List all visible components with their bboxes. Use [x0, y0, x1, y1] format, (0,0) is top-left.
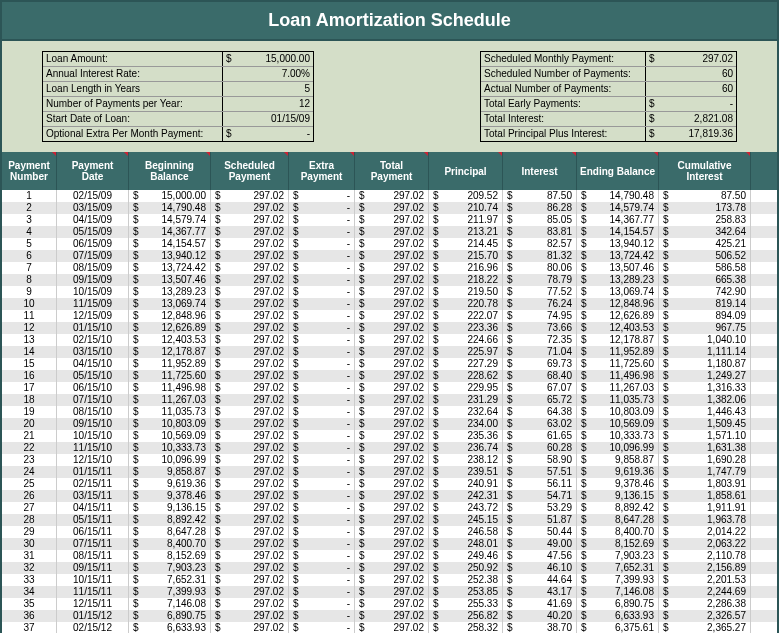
cell-total-payment: $297.02	[355, 334, 429, 346]
output-summary-label: Scheduled Monthly Payment:	[481, 52, 646, 66]
cell-interest: $81.32	[503, 250, 577, 262]
input-summary-label: Annual Interest Rate:	[43, 67, 223, 81]
cell-scheduled-payment: $297.02	[211, 190, 289, 202]
cell-cumulative-interest: $586.58	[659, 262, 751, 274]
cell-interest: $86.28	[503, 202, 577, 214]
cell-principal: $210.74	[429, 202, 503, 214]
cell-principal: $229.95	[429, 382, 503, 394]
cell-interest: $61.65	[503, 430, 577, 442]
cell-principal: $243.72	[429, 502, 503, 514]
cell-ending-balance: $8,152.69	[577, 538, 659, 550]
table-row: 2704/15/11$9,136.15$297.02$-$297.02$243.…	[2, 502, 777, 514]
cell-ending-balance: $6,375.61	[577, 622, 659, 633]
table-row: 405/15/09$14,367.77$297.02$-$297.02$213.…	[2, 226, 777, 238]
cell-total-payment: $297.02	[355, 298, 429, 310]
cell-payment-number: 33	[2, 574, 57, 586]
cell-ending-balance: $6,633.93	[577, 610, 659, 622]
output-summary-value: $297.02	[646, 52, 736, 66]
cell-extra-payment: $-	[289, 286, 355, 298]
cell-total-payment: $297.02	[355, 478, 429, 490]
cell-payment-date: 07/15/11	[57, 538, 129, 550]
output-summary-label: Total Principal Plus Interest:	[481, 127, 646, 141]
cell-scheduled-payment: $297.02	[211, 262, 289, 274]
cell-payment-date: 07/15/10	[57, 394, 129, 406]
cell-payment-number: 37	[2, 622, 57, 633]
cell-payment-date: 01/15/10	[57, 322, 129, 334]
cell-beginning-balance: $14,367.77	[129, 226, 211, 238]
cell-beginning-balance: $13,289.23	[129, 286, 211, 298]
cell-payment-date: 08/15/11	[57, 550, 129, 562]
cell-ending-balance: $12,626.89	[577, 310, 659, 322]
cell-beginning-balance: $8,892.42	[129, 514, 211, 526]
cell-payment-date: 12/15/09	[57, 310, 129, 322]
table-row: 910/15/09$13,289.23$297.02$-$297.02$219.…	[2, 286, 777, 298]
cell-payment-date: 03/15/11	[57, 490, 129, 502]
cell-principal: $222.07	[429, 310, 503, 322]
cell-ending-balance: $13,507.46	[577, 262, 659, 274]
cell-ending-balance: $13,289.23	[577, 274, 659, 286]
cell-cumulative-interest: $2,063.22	[659, 538, 751, 550]
cell-payment-date: 10/15/10	[57, 430, 129, 442]
cell-beginning-balance: $15,000.00	[129, 190, 211, 202]
cell-payment-number: 19	[2, 406, 57, 418]
cell-principal: $209.52	[429, 190, 503, 202]
output-summary-row: Scheduled Number of Payments:60	[481, 66, 736, 81]
input-summary-row: Start Date of Loan:01/15/09	[43, 111, 313, 126]
cell-payment-number: 8	[2, 274, 57, 286]
cell-ending-balance: $8,400.70	[577, 526, 659, 538]
cell-interest: $38.70	[503, 622, 577, 633]
cell-payment-number: 13	[2, 334, 57, 346]
cell-scheduled-payment: $297.02	[211, 526, 289, 538]
cell-payment-date: 09/15/11	[57, 562, 129, 574]
cell-payment-date: 08/15/09	[57, 262, 129, 274]
cell-scheduled-payment: $297.02	[211, 442, 289, 454]
cell-payment-number: 20	[2, 418, 57, 430]
table-row: 1504/15/10$11,952.89$297.02$-$297.02$227…	[2, 358, 777, 370]
cell-extra-payment: $-	[289, 250, 355, 262]
cell-extra-payment: $-	[289, 574, 355, 586]
cell-payment-number: 26	[2, 490, 57, 502]
cell-beginning-balance: $11,952.89	[129, 358, 211, 370]
table-row: 1201/15/10$12,626.89$297.02$-$297.02$223…	[2, 322, 777, 334]
cell-scheduled-payment: $297.02	[211, 346, 289, 358]
cell-ending-balance: $11,496.98	[577, 370, 659, 382]
cell-principal: $215.70	[429, 250, 503, 262]
cell-ending-balance: $13,069.74	[577, 286, 659, 298]
table-row: 2211/15/10$10,333.73$297.02$-$297.02$236…	[2, 442, 777, 454]
table-row: 3108/15/11$8,152.69$297.02$-$297.02$249.…	[2, 550, 777, 562]
cell-payment-date: 08/15/10	[57, 406, 129, 418]
cell-payment-number: 3	[2, 214, 57, 226]
cell-cumulative-interest: $1,858.61	[659, 490, 751, 502]
cell-interest: $82.57	[503, 238, 577, 250]
cell-extra-payment: $-	[289, 622, 355, 633]
cell-extra-payment: $-	[289, 238, 355, 250]
cell-beginning-balance: $11,267.03	[129, 394, 211, 406]
cell-payment-number: 30	[2, 538, 57, 550]
cell-principal: $239.51	[429, 466, 503, 478]
cell-interest: $57.51	[503, 466, 577, 478]
cell-beginning-balance: $7,146.08	[129, 598, 211, 610]
cell-payment-date: 04/15/09	[57, 214, 129, 226]
input-summary-row: Loan Length in Years5	[43, 81, 313, 96]
cell-scheduled-payment: $297.02	[211, 574, 289, 586]
cell-ending-balance: $12,848.96	[577, 298, 659, 310]
input-summary-value: $-	[223, 127, 313, 141]
table-row: 2009/15/10$10,803.09$297.02$-$297.02$234…	[2, 418, 777, 430]
cell-extra-payment: $-	[289, 598, 355, 610]
table-row: 3512/15/11$7,146.08$297.02$-$297.02$255.…	[2, 598, 777, 610]
col-header-principal: Principal	[429, 152, 503, 190]
cell-beginning-balance: $10,096.99	[129, 454, 211, 466]
input-summary-label: Number of Payments per Year:	[43, 97, 223, 111]
cell-cumulative-interest: $1,111.14	[659, 346, 751, 358]
cell-cumulative-interest: $1,571.10	[659, 430, 751, 442]
cell-interest: $72.35	[503, 334, 577, 346]
cell-extra-payment: $-	[289, 214, 355, 226]
input-summary-row: Annual Interest Rate:7.00%	[43, 66, 313, 81]
cell-principal: $235.36	[429, 430, 503, 442]
cell-principal: $248.01	[429, 538, 503, 550]
input-summary-value: $15,000.00	[223, 52, 313, 66]
cell-payment-date: 12/15/10	[57, 454, 129, 466]
cell-ending-balance: $14,154.57	[577, 226, 659, 238]
schedule-table: Payment Number Payment Date Beginning Ba…	[2, 152, 777, 633]
cell-scheduled-payment: $297.02	[211, 274, 289, 286]
